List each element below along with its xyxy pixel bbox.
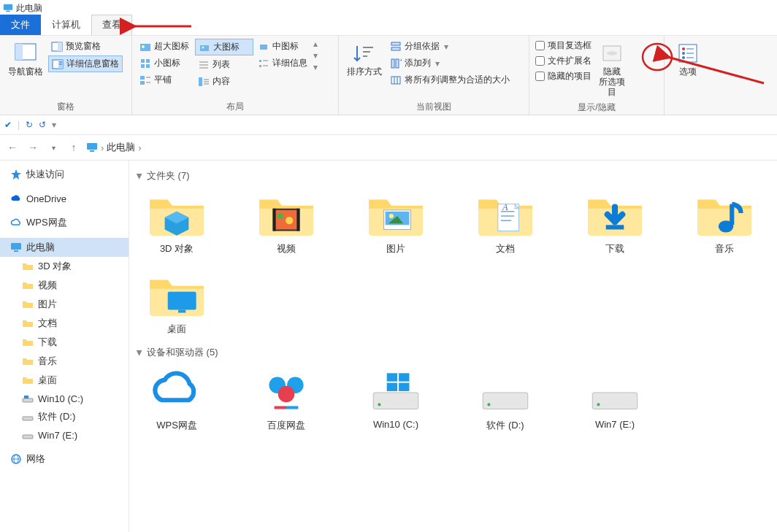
list-item[interactable]: 百度网盘 <box>246 363 326 432</box>
svg-rect-92 <box>373 393 418 409</box>
ribbon-group-options: 选项 <box>665 36 716 115</box>
options-button[interactable]: 选项 <box>669 39 707 80</box>
sidebar-item-network[interactable]: 网络 <box>0 450 129 469</box>
qat-undo-icon[interactable]: ↺ <box>39 120 46 130</box>
sidebar-item-downloads[interactable]: 下载 <box>0 333 129 352</box>
qat-check-icon[interactable]: ✔ <box>4 120 12 130</box>
item-checkboxes-toggle[interactable]: 项目复选框 <box>534 39 593 53</box>
nav-pane-button[interactable]: 导航窗格 <box>4 39 47 80</box>
layout-list-button[interactable]: 列表 <box>195 57 253 72</box>
sidebar-item-music[interactable]: 音乐 <box>0 352 129 371</box>
drive-icon <box>585 363 645 415</box>
tiles-icon <box>139 74 151 86</box>
layout-more[interactable]: ▾ <box>313 62 318 72</box>
svg-rect-86 <box>178 310 185 313</box>
sidebar-item-videos[interactable]: 视频 <box>0 276 129 295</box>
list-item[interactable]: 视频 <box>246 187 326 255</box>
svg-point-52 <box>682 56 685 59</box>
ribbon-group-layout: 超大图标 小图标 平铺 大图标 列表 内容 中图标 详细信息 ▴ ▾ ▾ 布局 <box>132 36 339 115</box>
music-icon <box>694 187 754 238</box>
group-by-button[interactable]: 分组依据▾ <box>387 39 513 54</box>
breadcrumb[interactable]: › 此电脑 › <box>86 141 142 154</box>
qat-separator: | <box>18 120 20 130</box>
breadcrumb-root[interactable]: 此电脑 <box>107 141 135 154</box>
sidebar-item-3d-objects[interactable]: 3D 对象 <box>0 257 129 276</box>
folder-icon <box>22 374 34 386</box>
layout-large-button[interactable]: 大图标 <box>195 39 253 55</box>
list-item[interactable]: 下载 <box>575 187 655 255</box>
layout-tiles-button[interactable]: 平铺 <box>137 72 194 88</box>
svg-rect-97 <box>483 393 528 409</box>
nav-back-button[interactable]: ← <box>4 139 20 155</box>
sidebar-item-pictures[interactable]: 图片 <box>0 295 129 314</box>
layout-xlarge-button[interactable]: 超大图标 <box>137 39 194 54</box>
layout-medium-button[interactable]: 中图标 <box>255 39 312 54</box>
preview-pane-icon <box>51 41 63 53</box>
qat-redo-icon[interactable]: ↻ <box>26 120 33 130</box>
svg-rect-99 <box>592 393 638 409</box>
list-item[interactable]: 3D 对象 <box>137 187 217 255</box>
svg-rect-62 <box>23 435 33 439</box>
sidebar-item-quick-access[interactable]: 快速访问 <box>0 165 129 184</box>
svg-rect-83 <box>606 225 624 229</box>
layout-scroll-down[interactable]: ▾ <box>313 50 318 61</box>
add-columns-button[interactable]: +添加列▾ <box>387 55 513 71</box>
sidebar-item-desktop[interactable]: 桌面 <box>0 371 129 390</box>
size-columns-button[interactable]: 将所有列调整为合适的大小 <box>387 72 513 88</box>
sidebar-item-wps-cloud[interactable]: WPS网盘 <box>0 213 129 232</box>
navigation-bar: ← → ▾ ↑ › 此电脑 › <box>0 135 777 161</box>
content-area: ▶ 文件夹 (7) 3D 对象视频图片A文档下载音乐桌面 ▶ 设备和驱动器 (5… <box>129 161 777 532</box>
sidebar-item-documents[interactable]: 文档 <box>0 314 129 333</box>
svg-rect-14 <box>141 64 145 68</box>
item-label: Win10 (C:) <box>373 419 418 430</box>
list-item[interactable]: 桌面 <box>137 267 217 336</box>
list-icon <box>198 59 210 71</box>
list-item[interactable]: Win7 (E:) <box>575 363 655 432</box>
details-pane-button[interactable]: 详细信息窗格 <box>48 55 123 72</box>
layout-details-button[interactable]: 详细信息 <box>255 55 312 71</box>
sidebar-item-onedrive[interactable]: OneDrive <box>0 190 129 207</box>
file-extensions-toggle[interactable]: 文件扩展名 <box>534 54 593 68</box>
hidden-items-toggle[interactable]: 隐藏的项目 <box>534 69 593 83</box>
svg-rect-57 <box>11 243 21 250</box>
svg-point-93 <box>378 403 380 406</box>
nav-history-dropdown[interactable]: ▾ <box>45 139 61 155</box>
content-icon <box>198 76 210 88</box>
chevron-down-icon: ▾ <box>444 42 448 52</box>
medium-icon <box>258 41 269 53</box>
drive-icon <box>22 429 34 441</box>
preview-pane-button[interactable]: 预览窗格 <box>48 39 123 54</box>
list-item[interactable]: WPS网盘 <box>137 363 217 432</box>
sidebar-item-drive-c[interactable]: Win10 (C:) <box>0 390 129 407</box>
sidebar-item-drive-d[interactable]: 软件 (D:) <box>0 407 129 426</box>
pictures-icon <box>366 187 426 238</box>
small-icon <box>139 58 151 69</box>
ribbon-tabs: 文件 计算机 查看 <box>0 16 777 36</box>
chevron-down-icon: ▶ <box>136 173 144 179</box>
sort-by-button[interactable]: 排序方式 <box>343 39 386 80</box>
layout-small-button[interactable]: 小图标 <box>137 55 194 71</box>
qat-dropdown-icon[interactable]: ▾ <box>52 120 56 130</box>
svg-text:A: A <box>502 202 508 212</box>
layout-scroll-up[interactable]: ▴ <box>313 39 318 49</box>
list-item[interactable]: 图片 <box>356 187 436 255</box>
list-item[interactable]: A文档 <box>465 187 546 255</box>
list-item[interactable]: 音乐 <box>684 187 765 255</box>
list-item[interactable]: Win10 (C:) <box>356 363 436 432</box>
hide-selected-button[interactable]: 隐藏 所选项目 <box>594 39 629 100</box>
list-item[interactable]: 软件 (D:) <box>465 363 546 432</box>
tab-view[interactable]: 查看 <box>91 15 132 35</box>
section-devices-header[interactable]: ▶ 设备和驱动器 (5) <box>137 346 770 359</box>
xlarge-icon <box>139 41 151 53</box>
nav-up-button[interactable]: ↑ <box>66 139 82 155</box>
tab-computer[interactable]: 计算机 <box>41 15 91 35</box>
svg-rect-55 <box>90 150 94 152</box>
sidebar-item-this-pc[interactable]: 此电脑 <box>0 238 129 257</box>
nav-forward-button[interactable]: → <box>25 139 41 155</box>
section-folders-header[interactable]: ▶ 文件夹 (7) <box>137 169 770 182</box>
layout-content-button[interactable]: 内容 <box>195 74 253 89</box>
drive-icon <box>22 411 34 423</box>
svg-rect-0 <box>4 4 12 10</box>
tab-file[interactable]: 文件 <box>0 15 41 35</box>
sidebar-item-drive-e[interactable]: Win7 (E:) <box>0 426 129 444</box>
